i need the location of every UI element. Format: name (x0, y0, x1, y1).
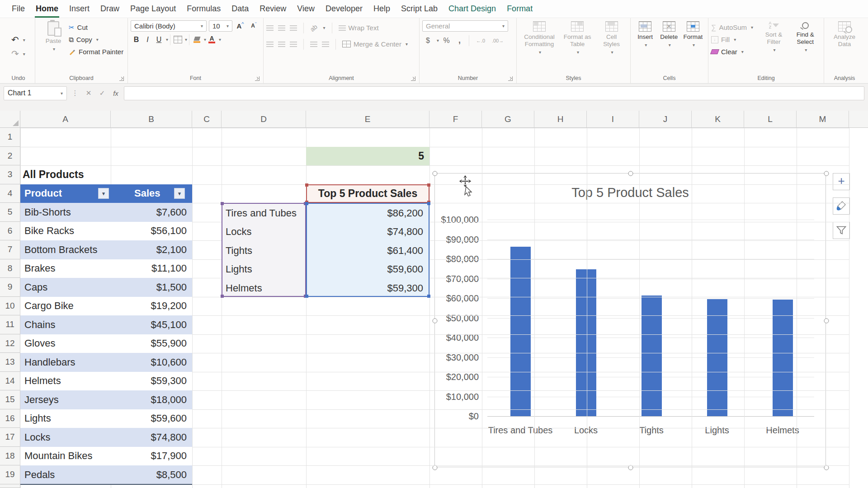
conditional-formatting-button[interactable]: Conditional Formatting▾ (519, 20, 559, 57)
row-header-11[interactable]: 11 (0, 315, 20, 334)
top5-category-cell[interactable]: Helmets (222, 279, 305, 298)
delete-cells-button[interactable]: ✕ Delete▾ (657, 20, 680, 50)
table-row[interactable]: Gloves$55,900 (20, 334, 192, 353)
product-cell[interactable]: Cargo Bike (20, 297, 111, 316)
range-handle[interactable] (427, 295, 430, 298)
decrease-decimal-button[interactable]: .00→ (490, 35, 505, 46)
table-row[interactable]: Brakes$11,100 (20, 259, 192, 278)
table-row[interactable]: Mountain Bikes$17,900 (20, 447, 192, 466)
product-cell[interactable]: Bike Racks (20, 222, 111, 241)
chart-resize-handle[interactable] (824, 171, 829, 176)
wrap-text-button[interactable]: Wrap Text (339, 22, 379, 34)
product-cell[interactable]: Gloves (20, 334, 111, 353)
sales-cell[interactable]: $2,100 (111, 240, 192, 259)
row-header-13[interactable]: 13 (0, 353, 20, 372)
find-select-button[interactable]: Find & Select▾ (789, 20, 821, 55)
align-middle-button[interactable] (278, 25, 285, 31)
bar-locks[interactable] (576, 269, 596, 416)
select-all-corner[interactable] (0, 111, 20, 128)
sales-cell[interactable]: $56,100 (111, 222, 192, 241)
format-cells-button[interactable]: Format▾ (681, 20, 705, 50)
decrease-font-button[interactable]: Aˇ (248, 20, 259, 32)
range-handle[interactable] (221, 202, 224, 205)
fill-button[interactable]: ↓Fill▾ (711, 33, 758, 46)
top5-category-cell[interactable]: Lights (222, 260, 305, 279)
row-header-1[interactable]: 1 (0, 128, 20, 147)
redo-button[interactable]: ↷▾ (11, 48, 25, 60)
bar-lights[interactable] (707, 299, 727, 416)
row-header-17[interactable]: 17 (0, 428, 20, 447)
column-header-b[interactable]: B (111, 111, 192, 128)
chart-resize-handle[interactable] (824, 465, 829, 470)
top5-value-cell[interactable]: $86,200 (307, 204, 429, 223)
chart-top5-product-sales[interactable]: Top 5 Product Sales $0$10,000$20,000$30,… (434, 173, 826, 467)
row-header-10[interactable]: 10 (0, 297, 20, 316)
table-row[interactable]: Caps$1,500 (20, 278, 192, 297)
product-cell[interactable]: Handlebars (20, 353, 111, 372)
italic-button[interactable]: I (142, 34, 153, 45)
column-header-m[interactable]: M (797, 111, 849, 128)
range-handle[interactable] (305, 183, 308, 187)
column-header-k[interactable]: K (692, 111, 744, 128)
range-handle[interactable] (221, 295, 224, 298)
align-center-button[interactable] (278, 42, 285, 47)
product-cell[interactable]: Lights (20, 409, 111, 428)
insert-cells-button[interactable]: Insert▾ (633, 20, 657, 50)
chart-resize-handle[interactable] (433, 318, 438, 323)
increase-decimal-button[interactable]: ←.0 (473, 35, 488, 46)
range-handle[interactable] (305, 295, 308, 298)
row-header-14[interactable]: 14 (0, 372, 20, 391)
product-cell[interactable]: Helmets (20, 372, 111, 391)
clipboard-dialog-launcher[interactable] (119, 76, 124, 81)
product-cell[interactable]: Chains (20, 315, 111, 334)
font-color-button[interactable]: A (206, 34, 217, 45)
top-n-input-cell[interactable]: 5 (306, 147, 429, 166)
table-row[interactable]: Helmets$59,300 (20, 372, 192, 391)
menu-tab-draw[interactable]: Draw (95, 0, 125, 18)
menu-tab-home[interactable]: Home (30, 0, 64, 18)
chart-resize-handle[interactable] (628, 171, 633, 176)
font-size-select[interactable]: 10▾ (209, 20, 232, 32)
column-header-a[interactable]: A (20, 111, 111, 128)
sales-cell[interactable]: $74,800 (111, 428, 192, 447)
column-header-g[interactable]: G (482, 111, 534, 128)
column-header-d[interactable]: D (222, 111, 306, 128)
menu-tab-developer[interactable]: Developer (320, 0, 368, 18)
alignment-dialog-launcher[interactable] (411, 76, 415, 81)
percent-style-button[interactable]: % (441, 35, 452, 46)
product-filter-button[interactable]: ▾ (98, 188, 109, 199)
top5-value-cell[interactable]: $59,300 (307, 279, 429, 298)
table-row[interactable]: Pedals$8,500 (20, 465, 192, 484)
sales-cell[interactable]: $45,100 (111, 315, 192, 334)
name-box[interactable]: Chart 1▾ (4, 86, 67, 100)
sales-cell[interactable]: $10,600 (111, 353, 192, 372)
table-row[interactable]: Lights$59,600 (20, 409, 192, 428)
sales-cell[interactable]: $11,100 (111, 259, 192, 278)
decrease-indent-button[interactable] (310, 42, 317, 47)
cut-button[interactable]: ✂Cut (69, 21, 123, 33)
table-row[interactable]: Chains$45,100 (20, 315, 192, 334)
menu-tab-formulas[interactable]: Formulas (181, 0, 226, 18)
menu-tab-view[interactable]: View (292, 0, 320, 18)
table-row[interactable]: Bike Racks$56,100 (20, 222, 192, 241)
chart-filters-button[interactable] (833, 222, 850, 239)
chart-resize-handle[interactable] (433, 465, 438, 470)
insert-function-button[interactable]: fx (110, 89, 121, 97)
chart-elements-button[interactable]: + (833, 173, 850, 190)
top5-value-range[interactable]: $86,200$74,800$61,400$59,600$59,300 (306, 203, 429, 297)
increase-font-button[interactable]: A^ (235, 20, 246, 32)
row-header-8[interactable]: 8 (0, 259, 20, 278)
menu-tab-insert[interactable]: Insert (64, 0, 95, 18)
column-header-e[interactable]: E (306, 111, 429, 128)
table-row[interactable]: Bib-Shorts$7,600 (20, 203, 192, 222)
enter-button[interactable]: ✓ (97, 89, 108, 97)
menu-tab-page-layout[interactable]: Page Layout (125, 0, 181, 18)
bar-tights[interactable] (642, 296, 662, 416)
undo-button[interactable]: ↶▾ (11, 34, 25, 46)
fill-color-button[interactable] (191, 34, 203, 45)
cell-styles-button[interactable]: Cell Styles▾ (595, 20, 627, 57)
product-cell[interactable]: Jerseys (20, 390, 111, 409)
sort-filter-button[interactable]: AZ Sort & Filter▾ (758, 20, 790, 55)
chart-resize-handle[interactable] (628, 465, 633, 470)
menu-tab-file[interactable]: File (6, 0, 30, 18)
